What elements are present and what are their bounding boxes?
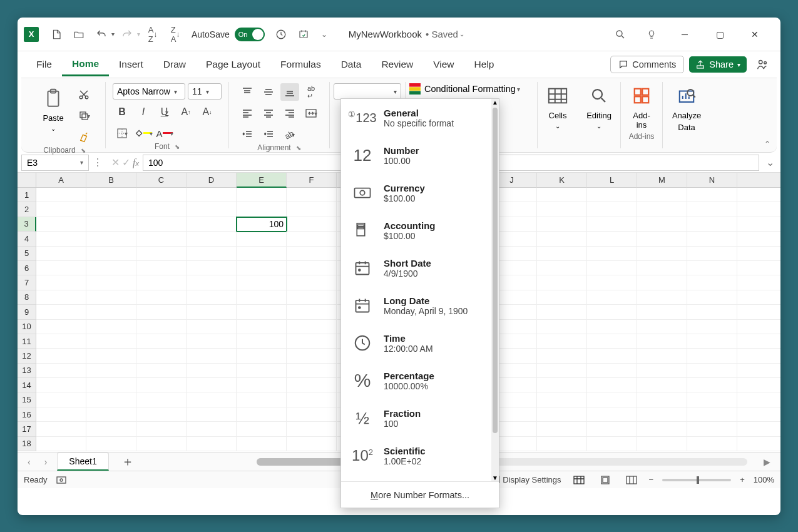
cell[interactable]: [587, 217, 637, 232]
cell[interactable]: [187, 261, 237, 275]
minimize-button[interactable]: ─: [673, 24, 697, 44]
cell[interactable]: [287, 364, 337, 378]
cell[interactable]: [737, 349, 780, 363]
cell[interactable]: [587, 422, 637, 436]
name-box-more-icon[interactable]: ⋮: [93, 156, 103, 168]
row-header[interactable]: 3: [18, 217, 36, 232]
row-header[interactable]: 14: [18, 378, 36, 392]
cell[interactable]: [187, 378, 237, 392]
column-header[interactable]: D: [187, 173, 237, 188]
cell[interactable]: [637, 320, 687, 334]
cell[interactable]: [86, 305, 136, 319]
cell[interactable]: [237, 334, 287, 349]
cancel-entry-icon[interactable]: ✕: [111, 156, 120, 168]
cell[interactable]: [187, 202, 237, 217]
number-format-option[interactable]: Short Date 4/9/1900: [341, 249, 491, 287]
view-page-break-icon[interactable]: [623, 474, 640, 486]
cell[interactable]: [136, 349, 187, 363]
number-format-option[interactable]: ①123 General No specific format: [341, 99, 491, 136]
cell[interactable]: [737, 407, 780, 422]
close-button[interactable]: ✕: [743, 24, 767, 44]
display-settings-button[interactable]: Display Settings: [490, 475, 561, 484]
search-icon[interactable]: [610, 24, 630, 44]
cell[interactable]: [737, 202, 780, 217]
cell[interactable]: [687, 349, 737, 363]
comments-button[interactable]: Comments: [610, 56, 684, 73]
cell[interactable]: [287, 275, 337, 290]
cell[interactable]: [36, 217, 86, 232]
cell[interactable]: [287, 290, 337, 305]
cell[interactable]: [136, 334, 187, 349]
cell[interactable]: [86, 275, 136, 290]
cell[interactable]: [737, 378, 780, 392]
cell[interactable]: [587, 232, 637, 246]
cell[interactable]: [86, 217, 136, 232]
prev-sheet-icon[interactable]: ‹: [24, 457, 34, 467]
cell[interactable]: [637, 202, 687, 217]
cell[interactable]: [587, 378, 637, 392]
cell[interactable]: [687, 261, 737, 275]
cell[interactable]: [36, 392, 86, 407]
conditional-formatting-button[interactable]: Conditional Formatting: [424, 84, 516, 94]
cell[interactable]: [587, 305, 637, 319]
cell[interactable]: [687, 202, 737, 217]
cell[interactable]: [637, 232, 687, 246]
cell[interactable]: [687, 364, 737, 378]
row-header[interactable]: 5: [18, 247, 36, 261]
zoom-out-button[interactable]: −: [649, 475, 654, 484]
cell[interactable]: [737, 247, 780, 261]
add-sheet-button[interactable]: ＋: [115, 453, 140, 470]
cell[interactable]: [687, 232, 737, 246]
cell[interactable]: [237, 275, 287, 290]
cell[interactable]: [237, 392, 287, 407]
cell[interactable]: [537, 275, 587, 290]
next-sheet-icon[interactable]: ›: [41, 457, 51, 467]
cell[interactable]: [187, 275, 237, 290]
cell[interactable]: [136, 232, 187, 246]
row-header[interactable]: 12: [18, 349, 36, 363]
column-header[interactable]: C: [136, 173, 187, 188]
undo-dropdown-icon[interactable]: ▾: [111, 31, 115, 38]
cell[interactable]: [687, 407, 737, 422]
cell[interactable]: [737, 232, 780, 246]
cell[interactable]: [687, 378, 737, 392]
format-painter-icon[interactable]: [74, 128, 93, 146]
cell[interactable]: [737, 275, 780, 290]
cell[interactable]: [287, 320, 337, 334]
align-bottom-icon[interactable]: [280, 83, 299, 101]
number-format-option[interactable]: Long Date Monday, April 9, 1900: [341, 287, 491, 324]
sheet-tab-1[interactable]: Sheet1: [57, 453, 108, 471]
font-color-icon[interactable]: A▾: [155, 125, 174, 142]
tab-draw[interactable]: Draw: [153, 54, 196, 75]
tab-file[interactable]: File: [26, 54, 62, 75]
column-header[interactable]: M: [637, 173, 687, 188]
cell[interactable]: [86, 392, 136, 407]
cell[interactable]: [537, 290, 587, 305]
cell[interactable]: [187, 407, 237, 422]
cell[interactable]: [587, 334, 637, 349]
dropdown-scrollbar[interactable]: ▲▼: [491, 99, 499, 481]
cell[interactable]: [187, 334, 237, 349]
cell[interactable]: [187, 188, 237, 202]
cell[interactable]: [136, 247, 187, 261]
cell[interactable]: [237, 305, 287, 319]
addins-button[interactable]: Add-ins: [624, 81, 659, 132]
cell[interactable]: [287, 334, 337, 349]
cell[interactable]: [587, 275, 637, 290]
number-format-option[interactable]: % Percentage 10000.00%: [341, 362, 491, 399]
cell[interactable]: [237, 422, 287, 436]
sync-icon[interactable]: [294, 24, 314, 44]
cell[interactable]: [537, 261, 587, 275]
column-header[interactable]: F: [287, 173, 337, 188]
cell[interactable]: [36, 320, 86, 334]
cell[interactable]: [587, 364, 637, 378]
cell[interactable]: [637, 378, 687, 392]
horizontal-scrollbar[interactable]: [257, 458, 747, 466]
cells-button[interactable]: Cells⌄: [540, 81, 575, 132]
cell[interactable]: [287, 407, 337, 422]
expand-formula-bar-icon[interactable]: ⌄: [763, 156, 777, 168]
scroll-right-icon[interactable]: ▶: [760, 457, 774, 467]
number-format-option[interactable]: Accounting $100.00: [341, 212, 491, 249]
number-format-select[interactable]: ▾: [334, 83, 401, 100]
share-button[interactable]: Share ▾: [689, 56, 747, 73]
